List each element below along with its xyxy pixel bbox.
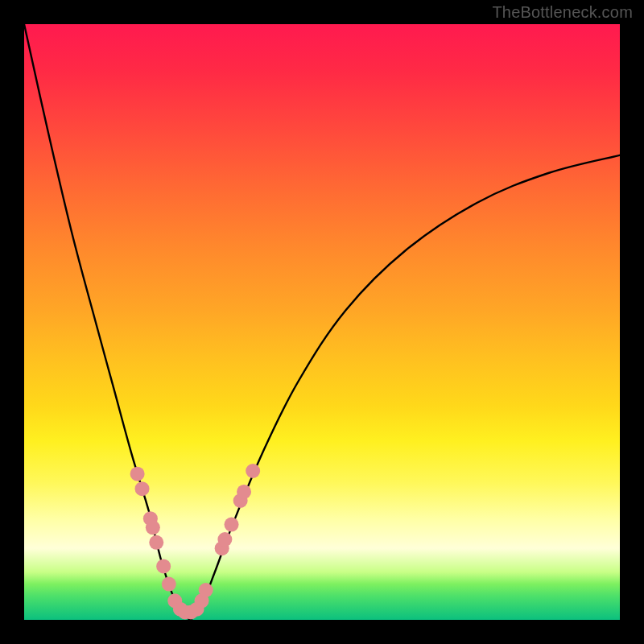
chart-container: TheBottleneck.com — [0, 0, 644, 644]
marker-point — [246, 464, 260, 478]
marker-point — [130, 467, 145, 481]
watermark-text: TheBottleneck.com — [492, 3, 633, 22]
chart-overlay — [24, 24, 620, 620]
curve-left-curve — [24, 24, 191, 620]
marker-point — [146, 520, 160, 535]
marker-point — [162, 577, 176, 592]
marker-point — [199, 583, 213, 597]
marker-point — [149, 535, 163, 550]
marker-point — [237, 485, 251, 499]
curve-right-curve — [191, 155, 620, 620]
marker-point — [135, 481, 150, 496]
marker-point — [156, 559, 171, 573]
marker-point — [217, 532, 232, 547]
plot-area — [24, 24, 620, 620]
marker-point — [225, 518, 239, 532]
